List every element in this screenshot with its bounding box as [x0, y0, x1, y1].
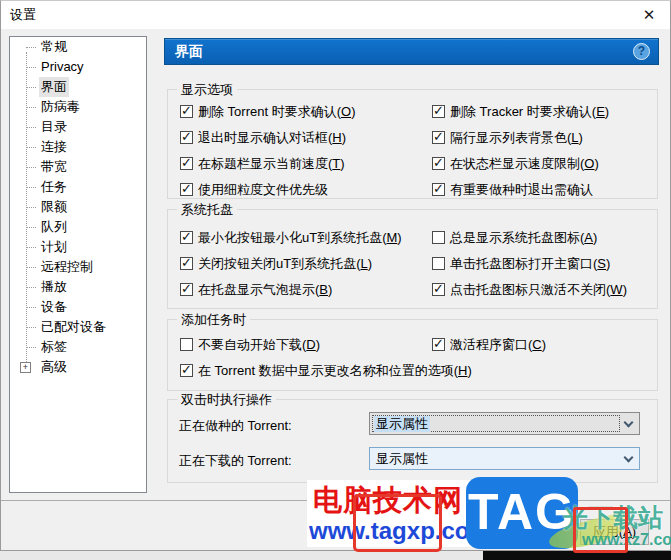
- sidebar-item-label: 连接: [39, 137, 69, 157]
- tree-connector: [26, 227, 36, 228]
- checkbox-show-rename-options[interactable]: 在 Torrent 数据中显示更改名称和位置的选项(H): [180, 362, 647, 379]
- dropdown-selected-value: 显示属性: [374, 451, 430, 467]
- sidebar-item-paired-devices[interactable]: 已配对设备: [10, 317, 146, 337]
- group-title: 添加任务时: [177, 312, 250, 327]
- sidebar-item-privacy[interactable]: Privacy: [10, 57, 146, 77]
- annotation-box-apply: [573, 507, 628, 553]
- checkbox[interactable]: [180, 364, 193, 377]
- checkbox-activate-program-window[interactable]: 激活程序窗口(C): [432, 336, 647, 353]
- sidebar-item-antivirus[interactable]: 防病毒: [10, 97, 146, 117]
- downloading-torrent-label: 正在下载的 Torrent:: [179, 452, 292, 470]
- sidebar-item-label: 远程控制: [39, 257, 95, 277]
- checkbox[interactable]: [432, 257, 445, 270]
- checkbox[interactable]: [432, 131, 445, 144]
- tree-connector: [26, 87, 36, 88]
- checkbox-tray-activate-only[interactable]: 点击托盘图标只激活不关闭(W): [432, 281, 647, 298]
- sidebar-item-label: 限额: [39, 197, 69, 217]
- checkbox-confirm-exit[interactable]: 退出时显示确认对话框(H): [180, 129, 432, 146]
- tree-connector: [26, 187, 36, 188]
- checkbox-confirm-exit-seeding[interactable]: 有重要做种时退出需确认: [432, 181, 647, 198]
- group-title: 系统托盘: [177, 202, 237, 217]
- seeding-torrent-dropdown[interactable]: 显示属性: [369, 412, 640, 435]
- sidebar-item-advanced[interactable]: +高级: [10, 357, 146, 377]
- sidebar-item-queue[interactable]: 队列: [10, 217, 146, 237]
- checkbox-confirm-delete-torrent[interactable]: 删除 Torrent 时要求确认(O): [180, 103, 432, 120]
- sidebar-item-connection[interactable]: 连接: [10, 137, 146, 157]
- checkbox-limits-in-statusbar[interactable]: 在状态栏显示速度限制(O): [432, 155, 647, 172]
- sidebar-item-label: 任务: [39, 177, 69, 197]
- checkbox-label: 激活程序窗口(C): [450, 336, 546, 354]
- sidebar-item-transfer-cap[interactable]: 限额: [10, 197, 146, 217]
- dropdown-selected-value: 显示属性: [374, 416, 430, 432]
- sidebar-item-devices[interactable]: 设备: [10, 297, 146, 317]
- tree-connector: [26, 247, 36, 248]
- checkbox-confirm-delete-tracker[interactable]: 删除 Tracker 时要求确认(E): [432, 103, 647, 120]
- checkbox[interactable]: [180, 131, 193, 144]
- sidebar-item-label: 界面: [39, 77, 69, 97]
- checkbox[interactable]: [180, 231, 193, 244]
- sidebar-item-labels[interactable]: 标签: [10, 337, 146, 357]
- checkbox-label: 在 Torrent 数据中显示更改名称和位置的选项(H): [198, 362, 472, 380]
- sidebar-item-label: 常规: [39, 37, 69, 57]
- checkbox-alternate-list-background[interactable]: 隔行显示列表背景色(L): [432, 129, 647, 146]
- chevron-down-icon[interactable]: [624, 418, 634, 428]
- checkbox-dont-start-automatically[interactable]: 不要自动开始下载(D): [180, 336, 432, 353]
- when-adding-rows: 不要自动开始下载(D) 激活程序窗口(C) 在 Torrent 数据中显示更改名…: [180, 336, 647, 379]
- checkbox-speed-in-titlebar[interactable]: 在标题栏显示当前速度(T): [180, 155, 432, 172]
- sidebar-item-playback[interactable]: 播放: [10, 277, 146, 297]
- downloading-torrent-dropdown[interactable]: 显示属性: [369, 447, 640, 470]
- annotation-box-ok: [353, 494, 442, 552]
- page-title: 界面: [175, 39, 203, 64]
- chevron-down-icon[interactable]: [624, 453, 634, 463]
- tree-connector: [26, 107, 36, 108]
- tree-expand-icon[interactable]: +: [20, 362, 31, 373]
- checkbox-label: 在托盘显示气泡提示(B): [198, 281, 332, 299]
- checkbox[interactable]: [180, 157, 193, 170]
- checkbox-label: 单击托盘图标打开主窗口(S): [450, 255, 610, 273]
- checkbox-label: 有重要做种时退出需确认: [450, 181, 593, 199]
- sidebar-item-label: 带宽: [39, 157, 69, 177]
- sidebar-item-general[interactable]: 常规: [10, 37, 146, 57]
- checkbox-fine-grained-priority[interactable]: 使用细粒度文件优先级: [180, 181, 432, 198]
- checkbox[interactable]: [180, 283, 193, 296]
- checkbox[interactable]: [180, 105, 193, 118]
- checkbox-label: 最小化按钮最小化uT到系统托盘(M): [198, 229, 402, 247]
- checkbox[interactable]: [432, 105, 445, 118]
- checkbox-label: 退出时显示确认对话框(H): [198, 129, 346, 147]
- tree-connector: [26, 327, 36, 328]
- checkbox-label: 点击托盘图标只激活不关闭(W): [450, 281, 627, 299]
- sidebar-item-label: 设备: [39, 297, 69, 317]
- checkbox[interactable]: [432, 157, 445, 170]
- checkbox[interactable]: [432, 231, 445, 244]
- checkbox-close-to-tray[interactable]: 关闭按钮关闭uT到系统托盘(L): [180, 255, 432, 272]
- checkbox[interactable]: [432, 338, 445, 351]
- close-icon[interactable]: ✕: [638, 5, 660, 25]
- help-icon[interactable]: ?: [633, 43, 650, 60]
- checkbox[interactable]: [432, 183, 445, 196]
- sidebar-item-ui[interactable]: 界面: [10, 77, 146, 97]
- checkbox[interactable]: [180, 338, 193, 351]
- group-system-tray: 系统托盘 最小化按钮最小化uT到系统托盘(M) 总是显示系统托盘图标(A) 关闭…: [167, 209, 658, 309]
- checkbox-always-show-tray-icon[interactable]: 总是显示系统托盘图标(A): [432, 229, 647, 246]
- group-title: 显示选项: [177, 82, 237, 97]
- sidebar-item-label: 已配对设备: [39, 317, 108, 337]
- checkbox-single-click-open[interactable]: 单击托盘图标打开主窗口(S): [432, 255, 647, 272]
- checkbox-label: 不要自动开始下载(D): [198, 336, 320, 354]
- checkbox[interactable]: [432, 283, 445, 296]
- sidebar-item-directories[interactable]: 目录: [10, 117, 146, 137]
- checkbox[interactable]: [180, 257, 193, 270]
- checkbox-minimize-to-tray[interactable]: 最小化按钮最小化uT到系统托盘(M): [180, 229, 432, 246]
- tree-connector: [26, 167, 36, 168]
- tree-connector: [26, 267, 36, 268]
- checkbox[interactable]: [180, 183, 193, 196]
- sidebar-item-tasks[interactable]: 任务: [10, 177, 146, 197]
- group-display-options: 显示选项 删除 Torrent 时要求确认(O) 删除 Tracker 时要求确…: [167, 89, 658, 199]
- sidebar-item-label: 标签: [39, 337, 69, 357]
- checkbox-label: 隔行显示列表背景色(L): [450, 129, 583, 147]
- sidebar-item-bandwidth[interactable]: 带宽: [10, 157, 146, 177]
- checkbox-label: 在状态栏显示速度限制(O): [450, 155, 599, 173]
- sidebar-item-remote[interactable]: 远程控制: [10, 257, 146, 277]
- sidebar-item-label: 计划: [39, 237, 69, 257]
- sidebar-item-scheduler[interactable]: 计划: [10, 237, 146, 257]
- checkbox-balloon-notifications[interactable]: 在托盘显示气泡提示(B): [180, 281, 432, 298]
